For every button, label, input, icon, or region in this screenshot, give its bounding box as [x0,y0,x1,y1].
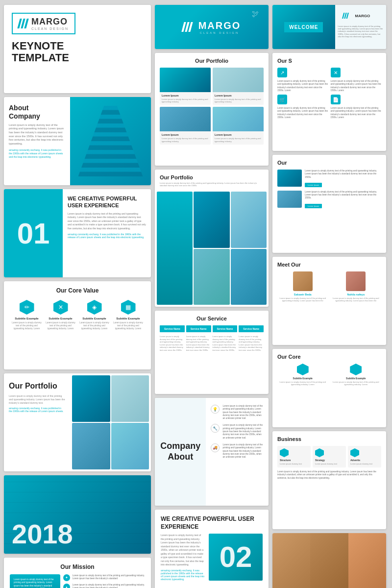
about-company-text: AboutCompany Lorem ipsum is simply dummy… [4,97,70,185]
opc-img-2 [157,192,193,305]
core-right-label-2: Subtitle Example [331,377,382,380]
our-s-item-1: ↗ Lorem ipsum is simply dummy text of th… [277,68,328,92]
wc2-link: amazing constantly exchang. It was publi… [161,569,205,581]
slide-core-value: Our Core Value ✏ Subtitle Example Lorem … [4,281,151,369]
core-desc-3: Lorem ipsum is simply dummy text of the … [79,321,109,330]
cross-icon: ✕ [331,68,341,77]
wc2-heading: WE CREATIVE POWERFUL USER EXPERIENCE [161,515,263,531]
slide-meet-our: Meet Our Sakawir Beda Lorem ipsum is sim… [272,257,386,345]
service-tabs: Service Name Service Name Service Name S… [160,325,264,332]
our-s-title: Our S [277,58,381,64]
avatar-1 [293,271,313,291]
margo-logo-white: MARGO CLEAN DESIGN [183,20,241,34]
service-col-4: Lorem ipsum is simply dummy text of the … [239,335,264,352]
welcome-badge: WELCOME [284,22,323,32]
opc-img-5 [231,249,267,305]
number-01: 01 [17,217,50,250]
portfolio-left-text: Our Portfolio Lorem ipsum is simply dumm… [4,373,70,471]
wc2-right-number: 02 [209,534,263,581]
ca-item-1: 💡 Lorem ipsum is simply dummy text of th… [211,405,264,420]
ca-text-1: Lorem ipsum is simply dummy text of the … [222,405,264,420]
core-icons-row: ✏ Subtitle Example Lorem ipsum is simply… [10,300,145,330]
portfolio-thumb-2 [277,191,302,208]
slide-service: Our Service Service Name Service Name Se… [155,311,269,394]
slide-portfolio-right-big: Our Lorem ipsum is simply dummy text of … [272,155,386,253]
wrench-icon: ✦ [63,574,70,581]
core-value-title: Our Core Value [10,287,145,294]
cursor-icon: ↗ [277,68,287,77]
portfolio-right-items: Lorem ipsum is simply dummy text of the … [277,170,381,209]
welcome-brand: MARGO [355,14,370,18]
slide-portfolio-left: Our Portfolio Lorem ipsum is simply dumm… [4,373,151,471]
biz-icon-2 [315,448,324,457]
face-1 [272,533,310,588]
mission-item-1: ✦ Lorem ipsum is simply dummy text of th… [63,574,145,581]
road-illustration [78,106,143,176]
core-right-item-2: Subtitle Example Lorem ipsum is simply d… [331,364,382,386]
our-s-grid: ↗ Lorem ipsum is simply dummy text of th… [277,68,381,119]
mission-content: Lorem ipsum is simply dummy text of the … [10,574,145,588]
portfolio-big-images [155,192,269,307]
service-col-3: Lorem ipsum is simply dummy text of the … [213,335,238,352]
biz-desc-3: Lorem ipsum dummy text [350,463,379,465]
core-item-1: ✏ Subtitle Example Lorem ipsum is simply… [12,300,42,330]
service-tab-4[interactable]: Service Name [239,325,264,332]
we-creative-body: Lorem ipsum is simply dummy text of the … [68,212,146,231]
slide-we-creative-02: WE CREATIVE POWERFUL USER EXPERIENCE Lor… [155,510,269,588]
biz-card-2: Strategy Lorem ipsum dummy text [313,446,346,467]
mission-left-panel: Lorem ipsum is simply dummy text of the … [10,574,60,588]
ca-item-2: 🔧 Lorem ipsum is simply dummy text of th… [211,424,264,439]
slide-2018: 2018 [4,475,151,554]
main-layout: MARGO CLEAN DESIGN KEYNOTE TEMPLATE Abou… [4,5,388,588]
wrench-icon-2: 🔧 [211,424,220,433]
portfolio-card-4: Lorem Ipsum Lorem ipsum is simply dummy … [213,107,264,144]
service-columns: Lorem ipsum is simply dummy text of the … [160,335,264,352]
about-company-image [70,97,151,185]
portfolio-right-text-1: Lorem ipsum is simply dummy text of the … [305,170,381,179]
about-company-link: amazing constantly exchang. It was publi… [9,148,65,159]
core-right-desc-2: Lorem ipsum is simply dummy text of the … [331,381,382,386]
core-icon-1: ✏ [20,300,34,315]
core-icon-2: ✕ [53,300,68,315]
we-creative-content: WE CREATIVE POWERFUL USER EXPERIENCE Lor… [63,189,151,277]
service-tab-1[interactable]: Service Name [160,325,185,332]
core-desc-4: Lorem ipsum is simply dummy text of the … [113,321,143,330]
about-company-body: Lorem ipsum is simply dummy text of the … [9,123,65,146]
service-tab-2[interactable]: Service Name [186,325,211,332]
portfolio-btn-2[interactable]: Lorem Ipsum [305,204,322,208]
core-subtitle-1: Subtitle Example [12,317,42,320]
member-desc-1: Lorem ipsum is simply dummy text of the … [277,297,328,302]
mission-right-list: ✦ Lorem ipsum is simply dummy text of th… [63,574,145,588]
slide-portfolio-big-center: Our Portfolio Lorem ipsum is simply dumm… [155,170,269,307]
biz-label-1: Structure [280,459,308,462]
number-02: 02 [220,540,252,574]
slide-company-about: Company About 💡 Lorem ipsum is simply du… [155,398,269,506]
portfolio-card-img-3 [160,107,211,131]
portfolio-card-3: Lorem Ipsum Lorem ipsum is simply dummy … [160,107,211,144]
slide-mission: Our Mission Lorem ipsum is simply dummy … [4,558,151,588]
biz-label-2: Strategy [315,459,343,462]
biz-icon-1 [280,448,289,457]
core-right-desc-1: Lorem ipsum is simply dummy text of the … [277,381,328,386]
logo-stripes-white [183,22,192,32]
portfolio-btn-1[interactable]: Lorem Ipsum [305,183,322,187]
slide-core-right: Our Core Subtitle Example Lorem ipsum is… [272,349,386,427]
welcome-image: WELCOME [272,5,335,49]
meet-item-1: Sakawir Beda Lorem ipsum is simply dummy… [277,271,328,302]
service-tab-3[interactable]: Service Name [213,325,238,332]
center-column: 🕊 MARGO CLEAN DESIGN Ou [155,5,269,588]
our-s-item-4: 📄 Lorem ipsum is simply dummy text of th… [331,95,382,119]
portfolio-left-link: amazing constantly exchang. It was publi… [9,407,65,413]
biz-desc-2: Lorem ipsum dummy text [315,463,343,465]
mission-left-text: Lorem ipsum is simply dummy text of the … [14,578,56,588]
portfolio-center-title: Our Portfolio [160,58,264,64]
cart-icon: 🛒 [277,95,287,104]
opc-img-3 [231,192,267,247]
portfolio-left-title: Our Portfolio [9,381,65,391]
portfolio-big-title: Our Portfolio [160,174,264,180]
business-title: Business [277,436,381,442]
header-brand-sub: CLEAN DESIGN [198,31,241,34]
portfolio-right-title: Our [277,160,381,166]
core-item-4: ▦ Subtitle Example Lorem ipsum is simply… [113,300,143,330]
member-desc-2: Lorem ipsum is simply dummy text of the … [331,297,382,302]
